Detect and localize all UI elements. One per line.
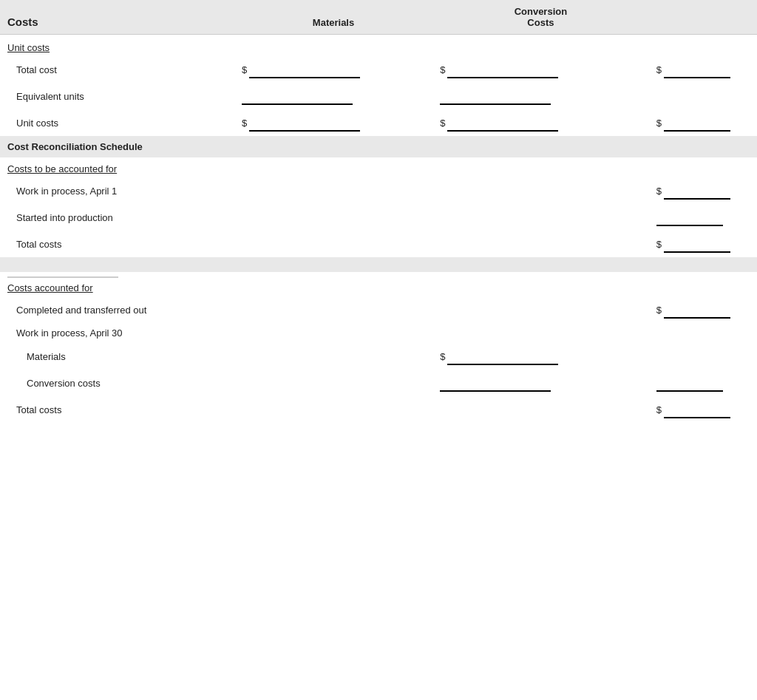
unit-costs-total-cell: $ xyxy=(649,109,757,136)
equivalent-units-row: Equivalent units xyxy=(0,83,757,109)
wip-april1-total-cell: $ xyxy=(649,177,757,204)
bottom-spacer-row xyxy=(0,423,757,430)
started-production-label: Started into production xyxy=(0,204,234,231)
conversion-costs-header: Conversion Costs xyxy=(432,0,649,35)
equiv-units-materials-input[interactable] xyxy=(242,87,353,105)
equiv-units-total-cell xyxy=(649,83,757,109)
dollar-sign-tot: $ xyxy=(656,64,662,75)
total-costs-label1: Total costs xyxy=(0,231,234,257)
conversion-costs-sub-label: Conversion costs xyxy=(0,370,234,396)
wip-april30-label: Work in process, April 30 xyxy=(0,323,234,343)
unit-costs-conversion-cell: $ xyxy=(432,109,649,136)
wip-april30-materials-cell xyxy=(234,323,432,343)
cost-reconciliation-header: Cost Reconciliation Schedule xyxy=(0,136,757,157)
costs-to-be-row: Costs to be accounted for xyxy=(0,157,757,177)
dollar-sign-ct: $ xyxy=(656,305,662,316)
conv-costs-conv-cell xyxy=(432,370,649,396)
dollar-sign-conv: $ xyxy=(440,64,445,75)
materials-header: Materials xyxy=(234,0,432,35)
materials-sub-mat-cell xyxy=(234,343,432,370)
costs-accounted-label: Costs accounted for xyxy=(7,282,93,293)
wip-april30-row: Work in process, April 30 xyxy=(0,323,757,343)
started-production-materials-cell xyxy=(234,204,432,231)
total-costs1-total-cell: $ xyxy=(649,231,757,257)
unit-costs-label: Unit costs xyxy=(7,42,50,53)
unit-costs-section-row: Unit costs xyxy=(0,35,757,57)
total-header xyxy=(649,0,757,35)
total-costs-row1: Total costs $ xyxy=(0,231,757,257)
started-production-input[interactable] xyxy=(656,208,723,226)
completed-transferred-materials-cell xyxy=(234,296,432,323)
completed-transferred-total-cell: $ xyxy=(649,296,757,323)
wip-april1-materials-cell xyxy=(234,177,432,204)
dollar-sign-mat: $ xyxy=(242,64,247,75)
unit-costs-conversion-input[interactable] xyxy=(447,114,558,132)
conversion-costs-sub-input[interactable] xyxy=(440,374,551,392)
total-cost-label: Total cost xyxy=(0,56,234,83)
unit-costs-row: Unit costs $ $ $ xyxy=(0,109,757,136)
dollar-sign-uc-conv: $ xyxy=(440,118,445,129)
total-costs2-mat-cell xyxy=(234,396,432,423)
dollar-sign-mat-sub: $ xyxy=(440,351,445,362)
conversion-costs-sub-total-input[interactable] xyxy=(656,374,723,392)
total-cost-materials-cell: $ xyxy=(234,56,432,83)
dollar-sign-uc-mat: $ xyxy=(242,118,247,129)
conv-costs-total-cell xyxy=(649,370,757,396)
conv-costs-mat-cell xyxy=(234,370,432,396)
materials-sub-row: Materials $ xyxy=(0,343,757,370)
wip-april1-input[interactable] xyxy=(664,182,730,200)
materials-sub-label: Materials xyxy=(0,343,234,370)
grey-spacer-row xyxy=(0,257,757,272)
started-production-total-cell xyxy=(649,204,757,231)
materials-sub-input[interactable] xyxy=(447,347,558,365)
dollar-sign-wip1: $ xyxy=(656,186,662,197)
unit-costs-materials-input[interactable] xyxy=(249,114,360,132)
completed-transferred-label: Completed and transferred out xyxy=(0,296,234,323)
total-cost-total-cell: $ xyxy=(649,56,757,83)
total-cost-conversion-cell: $ xyxy=(432,56,649,83)
materials-sub-total-cell xyxy=(649,343,757,370)
table-header: Costs Materials Conversion Costs xyxy=(0,0,757,35)
completed-transferred-conversion-cell xyxy=(432,296,649,323)
cost-reconciliation-header-row: Cost Reconciliation Schedule xyxy=(0,136,757,157)
unit-costs-materials-cell: $ xyxy=(234,109,432,136)
wip-april30-total-cell xyxy=(649,323,757,343)
wip-april1-row: Work in process, April 1 $ xyxy=(0,177,757,204)
total-costs1-materials-cell xyxy=(234,231,432,257)
wip-april30-conversion-cell xyxy=(432,323,649,343)
costs-accounted-row: Costs accounted for xyxy=(0,278,757,296)
equiv-units-materials-cell xyxy=(234,83,432,109)
total-cost-materials-input[interactable] xyxy=(249,61,360,78)
costs-accounted-underline-row xyxy=(0,272,757,278)
started-production-conversion-cell xyxy=(432,204,649,231)
total-costs2-total-cell: $ xyxy=(649,396,757,423)
dollar-sign-uc-tot: $ xyxy=(656,118,662,129)
conversion-costs-sub-row: Conversion costs xyxy=(0,370,757,396)
total-costs2-conv-cell xyxy=(432,396,649,423)
materials-sub-conv-cell: $ xyxy=(432,343,649,370)
completed-transferred-row: Completed and transferred out $ xyxy=(0,296,757,323)
total-costs1-conversion-cell xyxy=(432,231,649,257)
total-costs-row2: Total costs $ xyxy=(0,396,757,423)
total-cost-row: Total cost $ $ $ xyxy=(0,56,757,83)
started-production-row: Started into production xyxy=(0,204,757,231)
total-costs1-input[interactable] xyxy=(664,235,730,253)
total-costs-label2: Total costs xyxy=(0,396,234,423)
wip-april1-conversion-cell xyxy=(432,177,649,204)
costs-header: Costs xyxy=(0,0,234,35)
equivalent-units-label: Equivalent units xyxy=(0,83,234,109)
equiv-units-conversion-input[interactable] xyxy=(440,87,551,105)
completed-transferred-input[interactable] xyxy=(664,301,730,319)
wip-april1-label: Work in process, April 1 xyxy=(0,177,234,204)
unit-costs-row-label: Unit costs xyxy=(0,109,234,136)
total-cost-conversion-input[interactable] xyxy=(447,61,558,78)
equiv-units-conversion-cell xyxy=(432,83,649,109)
dollar-sign-tc2: $ xyxy=(656,404,662,415)
total-costs2-input[interactable] xyxy=(664,401,730,418)
dollar-sign-tc1: $ xyxy=(656,239,662,250)
costs-to-be-label: Costs to be accounted for xyxy=(7,163,117,174)
main-container: Costs Materials Conversion Costs Unit co… xyxy=(0,0,757,430)
total-cost-total-input[interactable] xyxy=(664,61,730,78)
unit-costs-total-input[interactable] xyxy=(664,114,730,132)
